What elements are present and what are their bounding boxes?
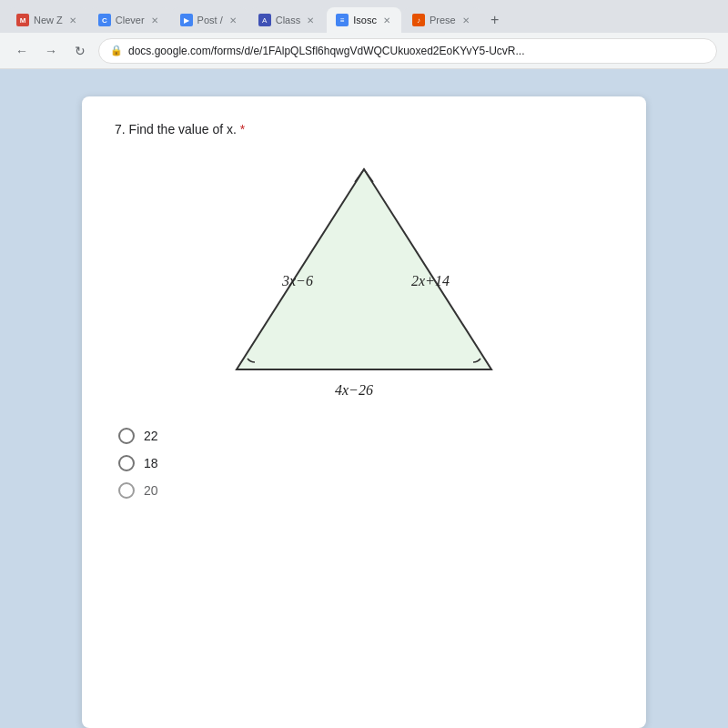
option-22[interactable]: 22 [118,428,613,444]
form-card: 7. Find the value of x. * 3x−6 2x+14 [82,96,646,728]
triangle-diagram: 3x−6 2x+14 4x−26 [115,151,613,406]
radio-18[interactable] [118,455,135,471]
tab-post-label: Post / [197,15,223,25]
radio-20[interactable] [118,482,135,499]
new-tab-button[interactable]: + [482,7,508,33]
prese-icon: ♪ [412,14,425,26]
clever-icon: C [98,14,111,26]
question-text: Find the value of x. [129,122,237,136]
tab-isosc-close[interactable]: ✕ [381,15,392,26]
question-label: 7. Find the value of x. * [115,122,613,136]
tab-class-close[interactable]: ✕ [305,15,316,26]
tab-class-label: Class [276,15,301,25]
reload-button[interactable]: ↻ [69,40,91,62]
tab-prese-label: Prese [430,15,456,25]
browser-chrome: M New Z ✕ C Clever ✕ ▶ Post / ✕ A Class … [0,0,728,69]
tab-gmail-close[interactable]: ✕ [67,15,78,26]
tab-prese-close[interactable]: ✕ [460,15,471,26]
option-20[interactable]: 20 [118,482,613,499]
post-icon: ▶ [180,14,193,26]
question-number: 7. [115,122,126,136]
tab-isosc[interactable]: ≡ Isosc ✕ [327,7,401,33]
address-bar: ← → ↻ 🔒 docs.google.com/forms/d/e/1FAlpQ… [0,33,728,69]
right-side-label: 2x+14 [411,273,450,288]
radio-22[interactable] [118,428,135,444]
tab-clever-close[interactable]: ✕ [149,15,160,26]
gmail-icon: M [16,14,29,26]
triangle-svg: 3x−6 2x+14 4x−26 [200,151,528,406]
back-button[interactable]: ← [11,40,33,62]
tab-isosc-label: Isosc [353,15,377,25]
isosc-icon: ≡ [336,14,349,26]
lock-icon: 🔒 [110,45,123,56]
tab-clever[interactable]: C Clever ✕ [89,7,169,33]
tab-bar: M New Z ✕ C Clever ✕ ▶ Post / ✕ A Class … [0,0,728,33]
tab-post-close[interactable]: ✕ [228,15,238,26]
url-text: docs.google.com/forms/d/e/1FAlpQLSfl6hqw… [128,45,525,57]
required-star: * [240,122,245,136]
tab-prese[interactable]: ♪ Prese ✕ [403,7,480,33]
triangle-shape [237,169,491,369]
forward-button[interactable]: → [40,40,62,62]
tab-gmail[interactable]: M New Z ✕ [7,7,87,33]
tab-class[interactable]: A Class ✕ [249,7,326,33]
options-list: 22 18 20 [115,428,613,499]
left-side-label: 3x−6 [281,273,313,288]
address-input[interactable]: 🔒 docs.google.com/forms/d/e/1FAlpQLSfl6h… [98,38,717,64]
tab-clever-label: Clever [116,15,145,25]
tab-post[interactable]: ▶ Post / ✕ [171,7,248,33]
bottom-side-label: 4x−26 [335,382,373,398]
tab-gmail-label: New Z [34,15,63,25]
option-20-label: 20 [144,483,158,498]
option-22-label: 22 [144,429,158,443]
option-18-label: 18 [144,456,158,470]
class-icon: A [258,14,271,26]
option-18[interactable]: 18 [118,455,613,471]
page-content: 7. Find the value of x. * 3x−6 2x+14 [0,69,728,728]
